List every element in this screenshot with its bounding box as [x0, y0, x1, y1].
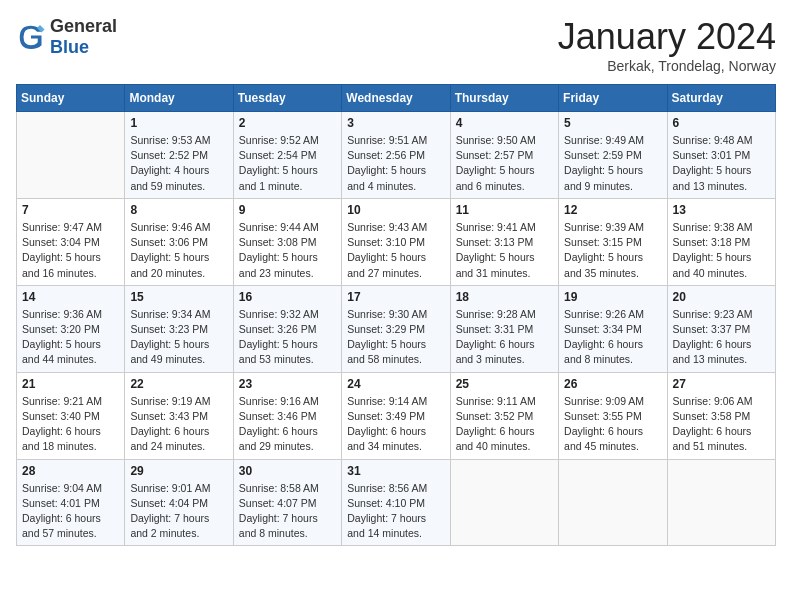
calendar-cell: 10Sunrise: 9:43 AM Sunset: 3:10 PM Dayli… [342, 198, 450, 285]
calendar-cell: 2Sunrise: 9:52 AM Sunset: 2:54 PM Daylig… [233, 112, 341, 199]
calendar-cell: 12Sunrise: 9:39 AM Sunset: 3:15 PM Dayli… [559, 198, 667, 285]
day-number: 7 [22, 203, 119, 217]
day-number: 8 [130, 203, 227, 217]
day-number: 5 [564, 116, 661, 130]
calendar-cell: 3Sunrise: 9:51 AM Sunset: 2:56 PM Daylig… [342, 112, 450, 199]
day-number: 1 [130, 116, 227, 130]
day-info: Sunrise: 9:46 AM Sunset: 3:06 PM Dayligh… [130, 220, 227, 281]
day-info: Sunrise: 9:32 AM Sunset: 3:26 PM Dayligh… [239, 307, 336, 368]
calendar-cell: 20Sunrise: 9:23 AM Sunset: 3:37 PM Dayli… [667, 285, 775, 372]
day-number: 23 [239, 377, 336, 391]
logo-blue-text: Blue [50, 37, 117, 58]
day-number: 12 [564, 203, 661, 217]
day-info: Sunrise: 9:52 AM Sunset: 2:54 PM Dayligh… [239, 133, 336, 194]
day-info: Sunrise: 9:53 AM Sunset: 2:52 PM Dayligh… [130, 133, 227, 194]
calendar-cell: 9Sunrise: 9:44 AM Sunset: 3:08 PM Daylig… [233, 198, 341, 285]
calendar-cell: 27Sunrise: 9:06 AM Sunset: 3:58 PM Dayli… [667, 372, 775, 459]
calendar-cell [667, 459, 775, 546]
calendar-cell: 31Sunrise: 8:56 AM Sunset: 4:10 PM Dayli… [342, 459, 450, 546]
day-info: Sunrise: 9:38 AM Sunset: 3:18 PM Dayligh… [673, 220, 770, 281]
day-info: Sunrise: 9:16 AM Sunset: 3:46 PM Dayligh… [239, 394, 336, 455]
day-number: 28 [22, 464, 119, 478]
day-info: Sunrise: 8:58 AM Sunset: 4:07 PM Dayligh… [239, 481, 336, 542]
day-number: 4 [456, 116, 553, 130]
day-info: Sunrise: 9:06 AM Sunset: 3:58 PM Dayligh… [673, 394, 770, 455]
day-info: Sunrise: 9:43 AM Sunset: 3:10 PM Dayligh… [347, 220, 444, 281]
calendar-cell: 28Sunrise: 9:04 AM Sunset: 4:01 PM Dayli… [17, 459, 125, 546]
day-info: Sunrise: 9:09 AM Sunset: 3:55 PM Dayligh… [564, 394, 661, 455]
day-number: 29 [130, 464, 227, 478]
calendar-cell: 26Sunrise: 9:09 AM Sunset: 3:55 PM Dayli… [559, 372, 667, 459]
day-info: Sunrise: 9:48 AM Sunset: 3:01 PM Dayligh… [673, 133, 770, 194]
calendar-cell [450, 459, 558, 546]
logo: General Blue [16, 16, 117, 58]
header-wednesday: Wednesday [342, 85, 450, 112]
calendar-cell: 24Sunrise: 9:14 AM Sunset: 3:49 PM Dayli… [342, 372, 450, 459]
day-number: 13 [673, 203, 770, 217]
day-info: Sunrise: 9:50 AM Sunset: 2:57 PM Dayligh… [456, 133, 553, 194]
day-info: Sunrise: 9:21 AM Sunset: 3:40 PM Dayligh… [22, 394, 119, 455]
header-saturday: Saturday [667, 85, 775, 112]
calendar-cell: 14Sunrise: 9:36 AM Sunset: 3:20 PM Dayli… [17, 285, 125, 372]
calendar-cell: 13Sunrise: 9:38 AM Sunset: 3:18 PM Dayli… [667, 198, 775, 285]
calendar-cell: 5Sunrise: 9:49 AM Sunset: 2:59 PM Daylig… [559, 112, 667, 199]
header-monday: Monday [125, 85, 233, 112]
calendar-cell: 25Sunrise: 9:11 AM Sunset: 3:52 PM Dayli… [450, 372, 558, 459]
calendar-week-2: 7Sunrise: 9:47 AM Sunset: 3:04 PM Daylig… [17, 198, 776, 285]
day-info: Sunrise: 9:23 AM Sunset: 3:37 PM Dayligh… [673, 307, 770, 368]
calendar-cell: 6Sunrise: 9:48 AM Sunset: 3:01 PM Daylig… [667, 112, 775, 199]
day-number: 27 [673, 377, 770, 391]
calendar-cell: 1Sunrise: 9:53 AM Sunset: 2:52 PM Daylig… [125, 112, 233, 199]
day-info: Sunrise: 9:11 AM Sunset: 3:52 PM Dayligh… [456, 394, 553, 455]
calendar-cell: 29Sunrise: 9:01 AM Sunset: 4:04 PM Dayli… [125, 459, 233, 546]
calendar-cell: 16Sunrise: 9:32 AM Sunset: 3:26 PM Dayli… [233, 285, 341, 372]
day-info: Sunrise: 9:01 AM Sunset: 4:04 PM Dayligh… [130, 481, 227, 542]
title-block: January 2024 Berkak, Trondelag, Norway [558, 16, 776, 74]
day-number: 3 [347, 116, 444, 130]
location: Berkak, Trondelag, Norway [558, 58, 776, 74]
day-number: 25 [456, 377, 553, 391]
logo-general-text: General [50, 16, 117, 37]
calendar-table: SundayMondayTuesdayWednesdayThursdayFrid… [16, 84, 776, 546]
day-number: 6 [673, 116, 770, 130]
day-info: Sunrise: 9:36 AM Sunset: 3:20 PM Dayligh… [22, 307, 119, 368]
logo-icon [16, 22, 46, 52]
page-header: General Blue January 2024 Berkak, Tronde… [16, 16, 776, 74]
header-tuesday: Tuesday [233, 85, 341, 112]
day-number: 30 [239, 464, 336, 478]
calendar-cell: 18Sunrise: 9:28 AM Sunset: 3:31 PM Dayli… [450, 285, 558, 372]
day-number: 19 [564, 290, 661, 304]
day-info: Sunrise: 9:30 AM Sunset: 3:29 PM Dayligh… [347, 307, 444, 368]
calendar-cell: 15Sunrise: 9:34 AM Sunset: 3:23 PM Dayli… [125, 285, 233, 372]
day-number: 22 [130, 377, 227, 391]
day-number: 9 [239, 203, 336, 217]
calendar-cell: 23Sunrise: 9:16 AM Sunset: 3:46 PM Dayli… [233, 372, 341, 459]
day-number: 11 [456, 203, 553, 217]
calendar-cell: 30Sunrise: 8:58 AM Sunset: 4:07 PM Dayli… [233, 459, 341, 546]
day-number: 26 [564, 377, 661, 391]
calendar-cell: 11Sunrise: 9:41 AM Sunset: 3:13 PM Dayli… [450, 198, 558, 285]
calendar-cell: 4Sunrise: 9:50 AM Sunset: 2:57 PM Daylig… [450, 112, 558, 199]
day-info: Sunrise: 9:51 AM Sunset: 2:56 PM Dayligh… [347, 133, 444, 194]
calendar-week-4: 21Sunrise: 9:21 AM Sunset: 3:40 PM Dayli… [17, 372, 776, 459]
calendar-cell: 21Sunrise: 9:21 AM Sunset: 3:40 PM Dayli… [17, 372, 125, 459]
day-number: 20 [673, 290, 770, 304]
calendar-week-5: 28Sunrise: 9:04 AM Sunset: 4:01 PM Dayli… [17, 459, 776, 546]
day-info: Sunrise: 9:44 AM Sunset: 3:08 PM Dayligh… [239, 220, 336, 281]
logo-text: General Blue [50, 16, 117, 58]
day-info: Sunrise: 9:39 AM Sunset: 3:15 PM Dayligh… [564, 220, 661, 281]
day-number: 2 [239, 116, 336, 130]
day-number: 31 [347, 464, 444, 478]
month-title: January 2024 [558, 16, 776, 58]
calendar-cell: 7Sunrise: 9:47 AM Sunset: 3:04 PM Daylig… [17, 198, 125, 285]
day-info: Sunrise: 9:14 AM Sunset: 3:49 PM Dayligh… [347, 394, 444, 455]
day-info: Sunrise: 9:47 AM Sunset: 3:04 PM Dayligh… [22, 220, 119, 281]
day-info: Sunrise: 9:28 AM Sunset: 3:31 PM Dayligh… [456, 307, 553, 368]
calendar-cell: 17Sunrise: 9:30 AM Sunset: 3:29 PM Dayli… [342, 285, 450, 372]
day-info: Sunrise: 9:04 AM Sunset: 4:01 PM Dayligh… [22, 481, 119, 542]
calendar-cell [559, 459, 667, 546]
calendar-week-1: 1Sunrise: 9:53 AM Sunset: 2:52 PM Daylig… [17, 112, 776, 199]
day-number: 14 [22, 290, 119, 304]
day-number: 10 [347, 203, 444, 217]
day-number: 16 [239, 290, 336, 304]
